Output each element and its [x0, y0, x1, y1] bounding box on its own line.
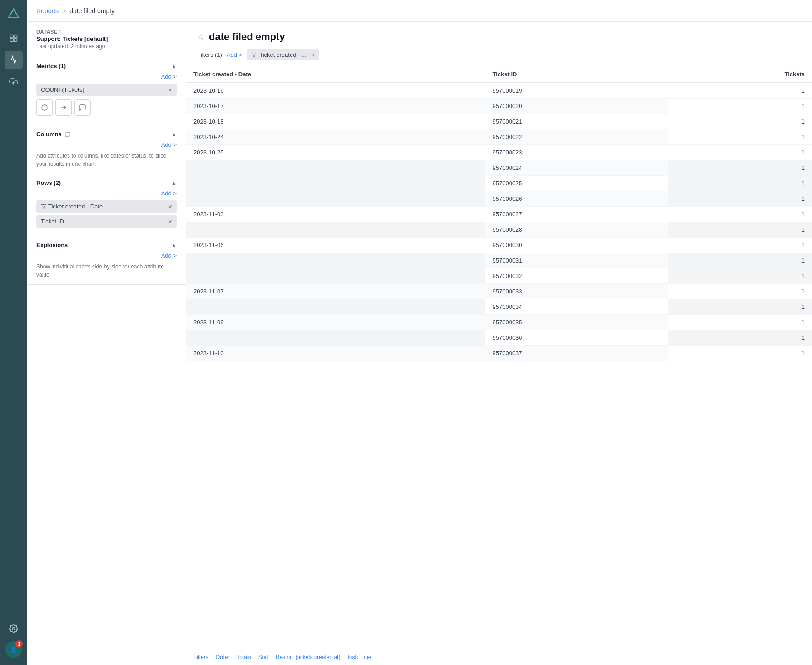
cell-tickets: 1 — [668, 284, 812, 299]
explosions-collapse[interactable]: ▲ — [171, 242, 177, 248]
cell-date — [186, 160, 485, 176]
cell-tickets: 1 — [668, 176, 812, 191]
table-row: 2023-11-039570000271 — [186, 207, 812, 222]
columns-add-link[interactable]: Add > — [36, 141, 177, 148]
cell-ticketid: 957000024 — [485, 160, 668, 176]
metrics-add-link[interactable]: Add > — [36, 73, 177, 80]
columns-title: Columns — [36, 131, 71, 138]
filter-bar: Filters (1) Add > Ticket created - ... × — [197, 49, 801, 66]
breadcrumb-current: date filed empty — [69, 7, 114, 15]
viz-icon-circle[interactable] — [36, 99, 53, 116]
active-filter-label: Ticket created - ... — [259, 51, 307, 58]
cell-ticketid: 957000021 — [485, 114, 668, 129]
cell-ticketid: 957000028 — [485, 222, 668, 238]
data-table: Ticket created - Date Ticket ID Tickets … — [186, 66, 812, 361]
rows-chip-date: Ticket created - Date × — [36, 200, 177, 213]
filter-icon — [41, 204, 46, 209]
columns-section: Columns ▲ Add > Add attributes to column… — [27, 125, 186, 174]
bottom-sort[interactable]: Sort — [258, 654, 268, 660]
dataset-section: Dataset Support: Tickets [default] Last … — [27, 22, 186, 57]
table-row: 9570000341 — [186, 299, 812, 315]
svg-rect-3 — [14, 35, 17, 38]
logo[interactable] — [5, 5, 22, 22]
svg-point-7 — [13, 628, 15, 630]
cell-date: 2023-11-06 — [186, 238, 485, 253]
nav-upload[interactable] — [5, 73, 23, 91]
cell-date — [186, 253, 485, 268]
cell-date — [186, 191, 485, 207]
star-icon[interactable]: ☆ — [197, 32, 204, 42]
table-row: 9570000261 — [186, 191, 812, 207]
rows-add-link[interactable]: Add > — [36, 190, 177, 197]
cell-tickets: 1 — [668, 346, 812, 361]
bottom-irish-time[interactable]: Irish Time — [347, 654, 371, 660]
explosions-add-link[interactable]: Add > — [36, 252, 177, 259]
bottom-totals[interactable]: Totals — [237, 654, 251, 660]
table-body: 2023-10-1695700001912023-10-179570000201… — [186, 83, 812, 361]
cell-date — [186, 299, 485, 315]
filter-chip-remove[interactable]: × — [311, 51, 315, 58]
table-row: 2023-10-179570000201 — [186, 99, 812, 114]
nav-settings[interactable] — [5, 620, 23, 638]
bottom-restrict[interactable]: Restrict (tickets created at) — [276, 654, 341, 660]
nav-reports[interactable] — [5, 51, 23, 69]
bottom-bar: Filters Order Totals Sort Restrict (tick… — [186, 649, 812, 665]
svg-marker-11 — [252, 53, 256, 57]
svg-point-8 — [42, 105, 47, 110]
cell-tickets: 1 — [668, 129, 812, 145]
metrics-chip-remove[interactable]: × — [168, 87, 172, 93]
bottom-filters[interactable]: Filters — [193, 654, 208, 660]
cell-tickets: 1 — [668, 145, 812, 160]
svg-rect-5 — [14, 39, 17, 42]
metrics-title: Metrics (1) — [36, 63, 66, 69]
table-row: 9570000361 — [186, 330, 812, 346]
cell-date: 2023-11-09 — [186, 315, 485, 330]
table-row: 2023-10-189570000211 — [186, 114, 812, 129]
viz-icon-message[interactable] — [74, 99, 91, 116]
rows-chip-date-label: Ticket created - Date — [48, 203, 103, 210]
cell-date: 2023-11-10 — [186, 346, 485, 361]
cell-tickets: 1 — [668, 160, 812, 176]
cell-date — [186, 330, 485, 346]
rows-chip-ticketid-remove[interactable]: × — [168, 218, 172, 225]
explosions-header: Explosions ▲ — [36, 242, 177, 248]
active-filter-chip[interactable]: Ticket created - ... × — [247, 49, 319, 60]
cell-date: 2023-10-17 — [186, 99, 485, 114]
columns-collapse[interactable]: ▲ — [171, 131, 177, 138]
add-filter-link[interactable]: Add > — [227, 51, 242, 58]
table-row: 9570000321 — [186, 268, 812, 284]
cell-date — [186, 176, 485, 191]
cell-tickets: 1 — [668, 99, 812, 114]
table-row: 2023-11-109570000371 — [186, 346, 812, 361]
breadcrumb-reports-link[interactable]: Reports — [36, 7, 59, 15]
cell-ticketid: 957000020 — [485, 99, 668, 114]
explosions-section: Explosions ▲ Add > Show individual chart… — [27, 236, 186, 285]
columns-header: Columns ▲ — [36, 131, 177, 138]
cell-date: 2023-11-03 — [186, 207, 485, 222]
cell-tickets: 1 — [668, 330, 812, 346]
rows-header: Rows (2) ▲ — [36, 179, 177, 186]
table-row: 9570000281 — [186, 222, 812, 238]
cell-ticketid: 957000036 — [485, 330, 668, 346]
cell-tickets: 1 — [668, 207, 812, 222]
svg-rect-4 — [10, 39, 14, 42]
report-header: ☆ date filed empty Filters (1) Add > Tic… — [186, 22, 812, 66]
rows-chip-date-remove[interactable]: × — [168, 203, 172, 210]
report-title-row: ☆ date filed empty — [197, 31, 801, 43]
bottom-order[interactable]: Order — [216, 654, 230, 660]
rows-collapse[interactable]: ▲ — [171, 180, 177, 186]
cell-tickets: 1 — [668, 315, 812, 330]
metrics-chip-label: COUNT(Tickets) — [41, 86, 84, 93]
cell-date: 2023-10-25 — [186, 145, 485, 160]
nav-home[interactable] — [5, 29, 23, 47]
avatar[interactable]: 👤 1 — [5, 641, 22, 658]
table-row: 2023-11-079570000331 — [186, 284, 812, 299]
table-container: Ticket created - Date Ticket ID Tickets … — [186, 66, 812, 649]
rows-title: Rows (2) — [36, 179, 61, 186]
metrics-collapse[interactable]: ▲ — [171, 63, 177, 69]
cell-ticketid: 957000034 — [485, 299, 668, 315]
filter-chip-icon — [251, 52, 257, 58]
explosions-title: Explosions — [36, 242, 68, 248]
viz-icon-arrows[interactable] — [55, 99, 72, 116]
filters-label: Filters (1) — [197, 51, 222, 58]
